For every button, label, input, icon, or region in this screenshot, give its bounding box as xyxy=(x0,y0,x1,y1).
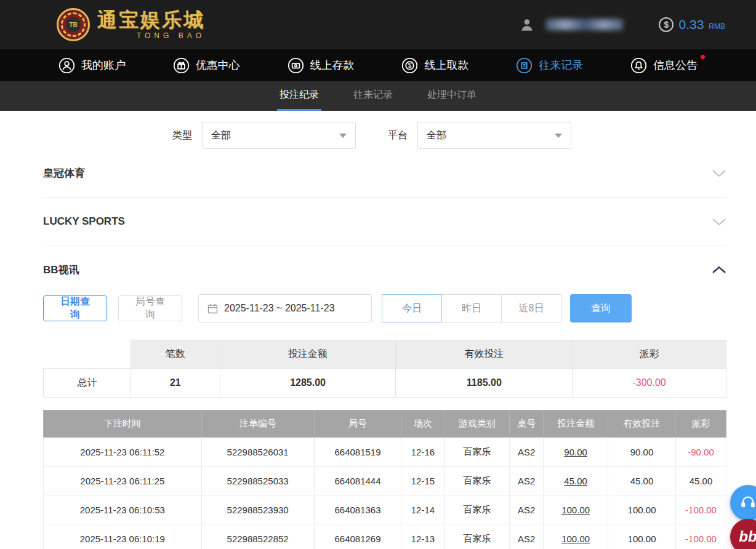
cell-valid-bet: 100.00 xyxy=(608,495,676,524)
cell-time: 2025-11-23 06:10:53 xyxy=(44,495,202,524)
cell-session: 12-13 xyxy=(401,524,444,549)
tab-label: 投注纪录 xyxy=(279,89,319,102)
today-button[interactable]: 今日 xyxy=(382,294,442,323)
svg-text:$: $ xyxy=(408,62,412,69)
summary-table: 笔数 投注金额 有效投注 派彩 总计 21 1285.00 1185.00 -3… xyxy=(43,340,726,398)
nav-item-withdraw[interactable]: $ 线上取款 xyxy=(401,57,468,74)
deposit-icon xyxy=(288,57,304,74)
top-bar: TB 通宝娱乐城 TONG BAO $ 0.33 RMB xyxy=(0,0,756,49)
cell-valid-bet: 100.00 xyxy=(608,524,676,549)
user-avatar-icon xyxy=(519,17,535,33)
cell-payout: -100.00 xyxy=(675,524,726,549)
gift-icon xyxy=(173,57,190,74)
tab-bet-records[interactable]: 投注纪录 xyxy=(277,81,321,111)
cell-game-type: 百家乐 xyxy=(444,438,510,467)
withdraw-icon: $ xyxy=(401,57,418,74)
platform-filter-group: 平台 全部 xyxy=(388,122,571,149)
section-crown-sports[interactable]: 皇冠体育 xyxy=(43,149,726,198)
cell-round-no: 664081519 xyxy=(314,438,401,467)
summary-header-blank xyxy=(44,340,131,369)
cell-order-no: 522988522852 xyxy=(201,524,314,549)
chevron-down-icon xyxy=(712,169,726,177)
search-button[interactable]: 查询 xyxy=(570,294,632,323)
nav-item-promotions[interactable]: 优惠中心 xyxy=(173,57,240,74)
main-content: 类型 全部 平台 全部 皇冠体育 LUCKY SPORTS BB视讯 日期查询 … xyxy=(0,122,756,549)
col-header-time: 下注时间 xyxy=(44,411,202,438)
cell-bet-amount-link[interactable]: 100.00 xyxy=(544,495,608,524)
nav-label: 我的账户 xyxy=(81,58,126,73)
user-icon xyxy=(58,57,75,74)
brand-logo[interactable]: TB 通宝娱乐城 TONG BAO xyxy=(57,8,205,41)
casino-chip-icon: TB xyxy=(57,8,90,41)
recent-8-days-button[interactable]: 近8日 xyxy=(501,294,561,323)
bet-records-table: 下注时间 注单编号 局号 场次 游戏类别 桌号 投注金额 有效投注 派彩 202… xyxy=(43,410,726,549)
section-title: LUCKY SPORTS xyxy=(43,215,125,228)
nav-item-my-account[interactable]: 我的账户 xyxy=(58,57,126,74)
records-icon xyxy=(516,57,533,74)
type-filter-group: 类型 全部 xyxy=(172,122,356,149)
cell-table-no: AS2 xyxy=(510,524,544,549)
dollar-icon: $ xyxy=(659,17,674,32)
cell-table-no: AS2 xyxy=(510,467,544,495)
balance-amount: 0.33 xyxy=(678,17,704,32)
cell-game-type: 百家乐 xyxy=(444,495,510,524)
nav-item-announcements[interactable]: 信息公告 xyxy=(630,57,698,74)
date-query-button[interactable]: 日期查询 xyxy=(43,295,107,321)
cell-time: 2025-11-23 06:10:19 xyxy=(44,524,202,549)
username-redacted[interactable] xyxy=(546,19,623,30)
type-select[interactable]: 全部 xyxy=(202,122,356,149)
cell-time: 2025-11-23 06:11:25 xyxy=(44,467,202,495)
notification-badge-dot xyxy=(701,55,705,59)
chevron-down-icon xyxy=(339,134,347,138)
balance[interactable]: $ 0.33 RMB xyxy=(659,17,725,32)
nav-label: 往来记录 xyxy=(539,58,583,73)
query-bar: 日期查询 局号查询 2025-11-23 ~ 2025-11-23 今日 昨日 … xyxy=(43,294,726,323)
col-header-session: 场次 xyxy=(401,411,444,438)
section-bb-video[interactable]: BB视讯 xyxy=(43,246,726,293)
summary-payout: -300.00 xyxy=(573,369,726,398)
col-header-valid-bet: 有效投注 xyxy=(608,411,676,438)
headset-icon xyxy=(739,494,756,511)
col-header-table-no: 桌号 xyxy=(510,411,544,438)
cell-order-no: 522988525033 xyxy=(201,467,314,495)
type-select-value: 全部 xyxy=(211,129,231,142)
cell-session: 12-15 xyxy=(401,467,444,495)
cell-bet-amount-link[interactable]: 100.00 xyxy=(544,524,608,549)
cell-round-no: 664081363 xyxy=(314,495,401,524)
platform-select[interactable]: 全部 xyxy=(417,122,571,149)
cell-game-type: 百家乐 xyxy=(444,524,510,549)
cell-bet-amount-link[interactable]: 90.00 xyxy=(544,438,608,467)
col-header-payout: 派彩 xyxy=(675,411,726,438)
round-query-button[interactable]: 局号查询 xyxy=(118,295,182,321)
cell-round-no: 664081269 xyxy=(314,524,401,549)
cell-valid-bet: 45.00 xyxy=(608,467,676,495)
cell-time: 2025-11-23 06:11:52 xyxy=(44,438,202,467)
quick-range-group: 今日 昨日 近8日 xyxy=(382,294,561,323)
chevron-up-icon xyxy=(712,266,726,274)
nav-item-records[interactable]: 往来记录 xyxy=(516,57,583,74)
cell-session: 12-16 xyxy=(401,438,444,467)
col-header-bet-amount: 投注金额 xyxy=(544,411,608,438)
date-range-value: 2025-11-23 ~ 2025-11-23 xyxy=(224,303,335,314)
tab-transaction-records[interactable]: 往来记录 xyxy=(351,81,395,111)
tab-label: 往来记录 xyxy=(353,89,393,102)
nav-label: 线上取款 xyxy=(424,58,468,73)
cell-payout: 45.00 xyxy=(675,467,726,495)
cell-bet-amount-link[interactable]: 45.00 xyxy=(544,467,608,495)
section-lucky-sports[interactable]: LUCKY SPORTS xyxy=(43,198,726,246)
filter-row: 类型 全部 平台 全部 xyxy=(172,122,726,149)
cell-payout: -100.00 xyxy=(675,495,726,524)
cell-payout: -90.00 xyxy=(675,438,726,467)
nav-item-deposit[interactable]: 线上存款 xyxy=(288,57,355,74)
table-row: 2025-11-23 06:11:52 522988526031 6640815… xyxy=(44,438,726,467)
cell-valid-bet: 90.00 xyxy=(608,438,676,467)
section-title: 皇冠体育 xyxy=(43,166,85,180)
nav-label: 信息公告 xyxy=(653,58,698,73)
type-filter-label: 类型 xyxy=(172,129,192,142)
date-range-input[interactable]: 2025-11-23 ~ 2025-11-23 xyxy=(198,294,372,323)
chevron-down-icon xyxy=(555,134,562,138)
chevron-down-icon xyxy=(712,218,726,226)
tab-processing-orders[interactable]: 处理中订单 xyxy=(425,81,479,111)
yesterday-button[interactable]: 昨日 xyxy=(441,294,502,323)
table-row: 2025-11-23 06:11:25 522988525033 6640814… xyxy=(44,467,726,495)
